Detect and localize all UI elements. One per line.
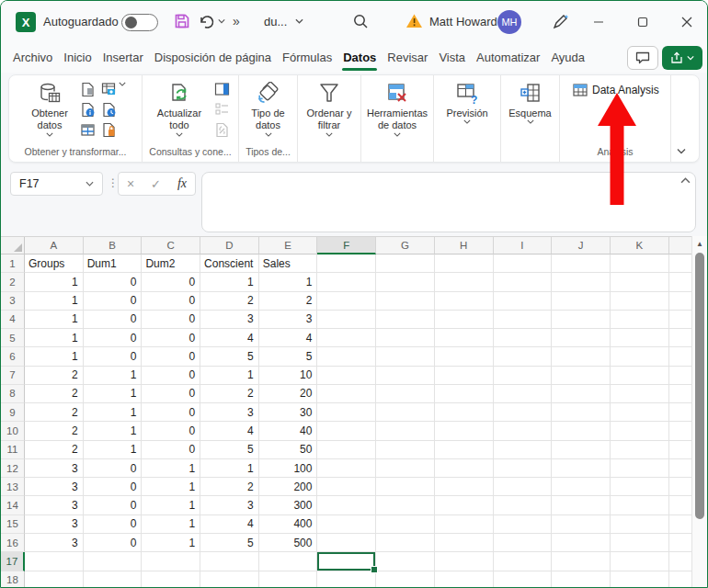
- cell-H18[interactable]: [435, 571, 494, 588]
- column-header-D[interactable]: D: [200, 237, 259, 254]
- cell-K5[interactable]: [611, 329, 669, 347]
- cell-C13[interactable]: 1: [142, 478, 200, 496]
- cell-F7[interactable]: [317, 367, 376, 385]
- cell-D16[interactable]: 5: [200, 534, 259, 552]
- cell-G7[interactable]: [376, 367, 435, 385]
- column-header-partial[interactable]: [669, 237, 693, 254]
- cell-C4[interactable]: 0: [142, 311, 200, 329]
- cell-E16[interactable]: 500: [259, 534, 318, 552]
- cell-J1[interactable]: [552, 254, 611, 273]
- cell-B15[interactable]: 0: [84, 515, 143, 534]
- cell-J6[interactable]: [552, 347, 611, 366]
- cell-E10[interactable]: 40: [259, 422, 318, 440]
- cell-I4[interactable]: [494, 311, 553, 329]
- cell-E13[interactable]: 200: [259, 478, 318, 496]
- cell-I13[interactable]: [494, 478, 553, 496]
- tab-disposición-de-página[interactable]: Disposición de página: [150, 44, 276, 72]
- cell-G8[interactable]: [376, 385, 435, 403]
- cell-partial-9[interactable]: [669, 403, 693, 422]
- tab-fórmulas[interactable]: Fórmulas: [278, 44, 337, 72]
- cell-partial-16[interactable]: [669, 534, 693, 552]
- maximize-button[interactable]: [622, 1, 663, 43]
- column-header-B[interactable]: B: [84, 237, 143, 254]
- cell-G9[interactable]: [376, 403, 435, 422]
- cell-H11[interactable]: [435, 441, 494, 459]
- cell-A17[interactable]: [25, 552, 84, 571]
- cell-J3[interactable]: [552, 292, 611, 311]
- cell-B1[interactable]: Dum1: [84, 254, 143, 273]
- row-header-15[interactable]: 15: [1, 515, 25, 534]
- tab-datos[interactable]: Datos: [338, 44, 381, 72]
- cell-G18[interactable]: [376, 571, 435, 588]
- cell-F2[interactable]: [317, 273, 376, 291]
- cell-partial-12[interactable]: [669, 459, 693, 478]
- cell-J13[interactable]: [552, 478, 611, 496]
- cell-partial-2[interactable]: [669, 273, 693, 291]
- cell-E6[interactable]: 5: [259, 347, 318, 366]
- cell-D3[interactable]: 2: [200, 292, 259, 311]
- cell-A13[interactable]: 3: [25, 478, 84, 496]
- tab-automatizar[interactable]: Automatizar: [472, 44, 544, 72]
- recent-sources-icon[interactable]: [101, 102, 117, 118]
- cell-A14[interactable]: 3: [25, 496, 84, 514]
- cell-A3[interactable]: 1: [25, 292, 84, 311]
- cell-I3[interactable]: [494, 292, 553, 311]
- data-types-button[interactable]: Tipo de datos: [242, 80, 295, 146]
- cell-G17[interactable]: [376, 552, 435, 571]
- cell-I2[interactable]: [494, 273, 553, 291]
- row-header-12[interactable]: 12: [1, 459, 25, 478]
- column-header-E[interactable]: E: [259, 237, 318, 254]
- row-header-3[interactable]: 3: [1, 292, 25, 311]
- cell-C6[interactable]: 0: [142, 347, 200, 366]
- cell-E12[interactable]: 100: [259, 459, 318, 478]
- cell-F15[interactable]: [317, 515, 376, 534]
- cell-G16[interactable]: [376, 534, 435, 552]
- cell-B10[interactable]: 1: [84, 422, 143, 440]
- scroll-up-arrow[interactable]: ▲: [692, 240, 707, 248]
- insert-function-icon[interactable]: fx: [177, 176, 187, 191]
- cell-partial-1[interactable]: [669, 254, 693, 273]
- cell-C9[interactable]: 0: [142, 403, 200, 422]
- cell-I1[interactable]: [494, 254, 553, 273]
- cell-C16[interactable]: 1: [142, 534, 200, 552]
- cell-I5[interactable]: [494, 329, 553, 347]
- cell-D17[interactable]: [200, 552, 259, 571]
- cell-K4[interactable]: [611, 311, 669, 329]
- cell-I10[interactable]: [494, 422, 553, 440]
- cell-E7[interactable]: 10: [259, 367, 318, 385]
- cell-E17[interactable]: [259, 552, 318, 571]
- cell-C7[interactable]: 0: [142, 367, 200, 385]
- column-header-A[interactable]: A: [25, 237, 84, 254]
- row-header-9[interactable]: 9: [1, 403, 25, 422]
- column-header-F[interactable]: F: [317, 237, 376, 254]
- cell-B18[interactable]: [84, 571, 143, 588]
- cell-D11[interactable]: 5: [200, 441, 259, 459]
- share-button[interactable]: [662, 46, 702, 70]
- row-header-16[interactable]: 16: [1, 534, 25, 552]
- cell-H15[interactable]: [435, 515, 494, 534]
- cell-I8[interactable]: [494, 385, 553, 403]
- draw-pen-icon[interactable]: [551, 13, 571, 31]
- tab-inicio[interactable]: Inicio: [59, 44, 96, 72]
- cell-B11[interactable]: 1: [84, 441, 143, 459]
- warning-icon[interactable]: [405, 13, 423, 29]
- minimize-button[interactable]: [578, 1, 619, 43]
- cell-partial-7[interactable]: [669, 367, 693, 385]
- cell-B16[interactable]: 0: [84, 534, 143, 552]
- cell-G6[interactable]: [376, 347, 435, 366]
- cell-K2[interactable]: [611, 273, 669, 291]
- cell-partial-8[interactable]: [669, 385, 693, 403]
- row-header-18[interactable]: 18: [1, 571, 25, 588]
- document-name[interactable]: du...: [264, 15, 287, 28]
- cell-D12[interactable]: 1: [200, 459, 259, 478]
- cell-F6[interactable]: [317, 347, 376, 366]
- name-box[interactable]: F17: [10, 172, 103, 196]
- cell-E2[interactable]: 1: [259, 273, 318, 291]
- cell-D10[interactable]: 4: [200, 422, 259, 440]
- cell-B2[interactable]: 0: [84, 273, 143, 291]
- cell-G10[interactable]: [376, 422, 435, 440]
- cell-C17[interactable]: [142, 552, 200, 571]
- cell-partial-17[interactable]: [669, 552, 693, 571]
- cell-I18[interactable]: [494, 571, 553, 588]
- from-table-range-icon[interactable]: [80, 122, 96, 138]
